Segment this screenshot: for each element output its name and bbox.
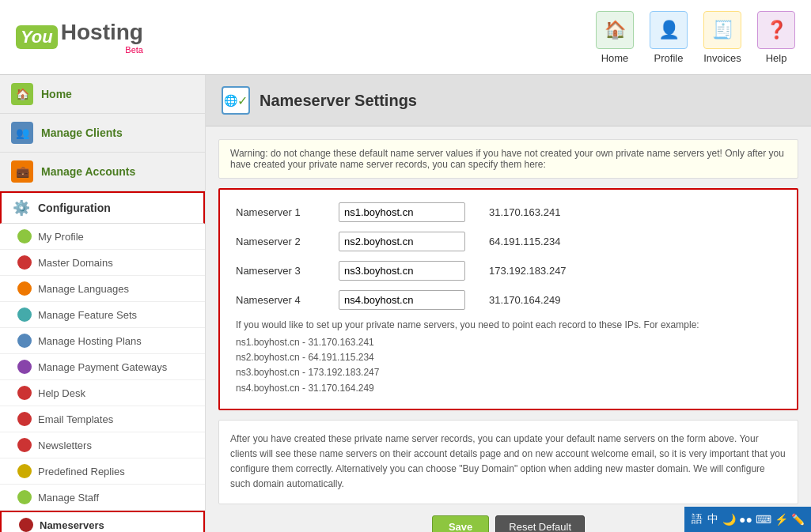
ns1-ip: 31.170.163.241 [489, 206, 781, 218]
sidebar-item-configuration[interactable]: ⚙️ Configuration [0, 191, 205, 224]
master-domains-dot [17, 255, 32, 270]
header: You Hosting Beta 🏠 Home 👤 Profile 🧾 Invo… [0, 0, 811, 75]
sidebar-item-home[interactable]: 🏠 Home [0, 75, 205, 114]
profile-icon: 👤 [650, 11, 688, 49]
taskbar-icon-2[interactable]: 中 [707, 510, 719, 529]
my-profile-dot [17, 229, 32, 243]
ns3-label: Nameserver 3 [236, 265, 339, 277]
nav-invoices-label: Invoices [703, 52, 741, 64]
ns-row-4: Nameserver 4 31.170.164.249 [236, 290, 781, 310]
taskbar-icon-5[interactable]: ⌨ [756, 510, 771, 529]
nav-help-label: Help [766, 52, 787, 64]
nameservers-dot [19, 518, 33, 532]
sidebar-config-label: Configuration [38, 202, 111, 214]
sidebar-manage-clients-label: Manage Clients [41, 126, 123, 139]
ns4-input[interactable] [339, 290, 465, 310]
taskbar-icon-7[interactable]: ✏️ [791, 510, 805, 529]
sidebar-sub-email-templates[interactable]: Email Templates [0, 406, 205, 432]
ns2-label: Nameserver 2 [236, 236, 339, 247]
ns-example-item: ns2.boyhost.cn - 64.191.115.234 [236, 350, 781, 365]
save-button[interactable]: Save [432, 515, 489, 533]
manage-feature-sets-dot [17, 308, 32, 322]
www-icon: 🌐 [224, 94, 237, 107]
logo-hosting: Hosting [61, 20, 143, 44]
sidebar-manage-languages-label: Manage Languages [38, 283, 129, 295]
email-templates-dot [17, 412, 32, 426]
taskbar-icon-3[interactable]: 🌙 [722, 510, 736, 529]
sidebar-sub-help-desk[interactable]: Help Desk [0, 380, 205, 406]
ns2-ip: 64.191.115.234 [489, 236, 781, 247]
sidebar-sub-newsletters[interactable]: Newsletters [0, 432, 205, 458]
sidebar-sub-nameservers[interactable]: Nameservers [0, 511, 205, 532]
sidebar-predefined-replies-label: Predefined Replies [38, 466, 125, 477]
reset-default-button[interactable]: Reset Default [495, 515, 585, 533]
sidebar-sub-manage-payment-gateways[interactable]: Manage Payment Gateways [0, 354, 205, 380]
sidebar-manage-payment-gateways-label: Manage Payment Gateways [38, 361, 167, 373]
ns2-input[interactable] [339, 232, 465, 251]
nav-icons: 🏠 Home 👤 Profile 🧾 Invoices ❓ Help [596, 11, 795, 64]
nameserver-form: Nameserver 1 31.170.163.241 Nameserver 2… [218, 188, 798, 410]
ns-examples: ns1.boyhost.cn - 31.170.163.241ns2.boyho… [236, 335, 781, 396]
sidebar-sub-manage-languages[interactable]: Manage Languages [0, 276, 205, 302]
ns-example-item: ns1.boyhost.cn - 31.170.163.241 [236, 335, 781, 350]
ns3-ip: 173.192.183.247 [489, 265, 781, 277]
sidebar-home-label: Home [41, 88, 72, 100]
predefined-replies-dot [17, 464, 32, 478]
sidebar-master-domains-label: Master Domains [38, 257, 113, 269]
ns3-input[interactable] [339, 261, 465, 281]
manage-payment-gateways-dot [17, 360, 32, 374]
sidebar: 🏠 Home 👥 Manage Clients 💼 Manage Account… [0, 75, 206, 532]
warning-message: Warning: do not change these default nam… [218, 139, 798, 179]
taskbar-icon-6[interactable]: ⚡ [775, 510, 788, 529]
taskbar-icon-4[interactable]: ●● [739, 510, 752, 529]
sidebar-manage-feature-sets-label: Manage Feature Sets [38, 309, 137, 321]
sidebar-item-manage-accounts[interactable]: 💼 Manage Accounts [0, 153, 205, 191]
ns1-label: Nameserver 1 [236, 206, 339, 218]
home-sidebar-icon: 🏠 [11, 83, 33, 105]
sidebar-help-desk-label: Help Desk [38, 387, 85, 399]
sidebar-sub-manage-hosting-plans[interactable]: Manage Hosting Plans [0, 328, 205, 354]
nav-home-label: Home [601, 52, 629, 64]
ns-example-item: ns3.boyhost.cn - 173.192.183.247 [236, 365, 781, 380]
nav-invoices[interactable]: 🧾 Invoices [703, 11, 741, 64]
logo: You Hosting Beta [16, 20, 143, 55]
sidebar-sub-manage-staff[interactable]: Manage Staff [0, 485, 205, 511]
sidebar-sub-manage-feature-sets[interactable]: Manage Feature Sets [0, 302, 205, 328]
sidebar-manage-hosting-plans-label: Manage Hosting Plans [38, 335, 142, 347]
nameserver-settings-icon: 🌐 ✓ [222, 86, 250, 115]
ns-row-2: Nameserver 2 64.191.115.234 [236, 232, 781, 251]
page-title: Nameserver Settings [260, 92, 417, 110]
taskbar: 語 中 🌙 ●● ⌨ ⚡ ✏️ [684, 507, 811, 532]
invoices-icon: 🧾 [703, 11, 741, 49]
nav-profile[interactable]: 👤 Profile [650, 11, 688, 64]
manage-clients-icon: 👥 [11, 122, 33, 144]
config-gear-icon: ⚙️ [13, 199, 30, 217]
ns1-input[interactable] [339, 202, 465, 222]
content-area: 🌐 ✓ Nameserver Settings Warning: do not … [206, 75, 811, 532]
logo-beta: Beta [61, 45, 143, 55]
ns-info-text: If you would like to set up your private… [236, 319, 781, 330]
sidebar-sub-master-domains[interactable]: Master Domains [0, 250, 205, 276]
newsletters-dot [17, 438, 32, 452]
sidebar-sub-my-profile[interactable]: My Profile [0, 224, 205, 250]
sidebar-item-manage-clients[interactable]: 👥 Manage Clients [0, 114, 205, 153]
sidebar-nameservers-label: Nameservers [40, 519, 104, 531]
manage-hosting-plans-dot [17, 334, 32, 348]
sidebar-newsletters-label: Newsletters [38, 440, 92, 451]
home-icon: 🏠 [596, 11, 634, 49]
logo-you: You [16, 25, 58, 49]
sidebar-manage-staff-label: Manage Staff [38, 492, 99, 504]
description-text: After you have created these private nam… [218, 420, 798, 504]
manage-staff-dot [17, 490, 32, 504]
main-layout: 🏠 Home 👥 Manage Clients 💼 Manage Account… [0, 75, 811, 532]
ns-row-3: Nameserver 3 173.192.183.247 [236, 261, 781, 281]
sidebar-my-profile-label: My Profile [38, 231, 84, 243]
sidebar-sub-predefined-replies[interactable]: Predefined Replies [0, 458, 205, 485]
ns-example-item: ns4.boyhost.cn - 31.170.164.249 [236, 381, 781, 396]
content-header: 🌐 ✓ Nameserver Settings [206, 75, 811, 126]
ns4-ip: 31.170.164.249 [489, 294, 781, 306]
nav-home[interactable]: 🏠 Home [596, 11, 634, 64]
taskbar-icon-1[interactable]: 語 [691, 510, 703, 529]
manage-languages-dot [17, 281, 32, 296]
nav-help[interactable]: ❓ Help [757, 11, 795, 64]
